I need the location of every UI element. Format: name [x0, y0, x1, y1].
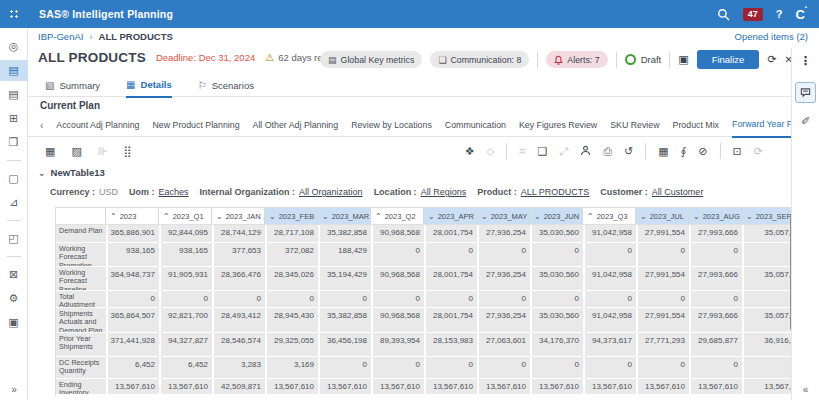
data-cell[interactable]: 3,169: [265, 357, 318, 378]
data-cell[interactable]: 0: [689, 291, 742, 307]
data-cell[interactable]: 28,001,754: [424, 308, 477, 332]
data-cell[interactable]: 28,366,476: [212, 267, 265, 290]
data-cell[interactable]: 90,968,568: [371, 308, 424, 332]
row-header[interactable]: Prior Year Shipments: [56, 333, 106, 356]
data-cell[interactable]: 365,864,507: [106, 308, 159, 332]
data-cell[interactable]: 13,567,610: [583, 379, 636, 394]
row-header[interactable]: DC Receipts Quantity: [56, 357, 106, 378]
caret-down-icon[interactable]: ⌄: [322, 212, 329, 221]
data-cell[interactable]: 0: [477, 357, 530, 378]
data-cell[interactable]: [742, 357, 792, 378]
data-cell[interactable]: 91,042,958: [583, 308, 636, 332]
subtab-key-figures-review[interactable]: Key Figures Review: [519, 114, 597, 137]
comment-icon[interactable]: ❑: [537, 146, 547, 157]
filter-value-organization[interactable]: All Organization: [299, 187, 363, 197]
data-cell[interactable]: 938,165: [106, 243, 159, 266]
filter-value-location[interactable]: All Regions: [421, 187, 467, 197]
caret-down-icon[interactable]: ⌄: [693, 212, 700, 221]
column-header-2023_Q1[interactable]: ⌃2023_Q1: [159, 208, 212, 224]
data-cell[interactable]: 0: [424, 243, 477, 266]
data-cell[interactable]: 0: [371, 291, 424, 307]
data-cell[interactable]: 0: [371, 357, 424, 378]
caret-up-icon[interactable]: ⌃: [163, 212, 170, 221]
column-header-2023_JUL[interactable]: ⌄2023_JUL: [636, 208, 689, 224]
calculator-icon[interactable]: ⌗: [519, 146, 525, 157]
column-header-2023_MAR[interactable]: ⌄2023_MAR: [318, 208, 371, 224]
data-cell[interactable]: 13,567,610: [106, 379, 159, 394]
notification-badge[interactable]: 47: [743, 8, 763, 21]
caret-up-icon[interactable]: ⌃: [587, 212, 594, 221]
tag-add-icon[interactable]: ⬦: [487, 146, 495, 157]
export-icon[interactable]: ⊡: [733, 146, 742, 157]
caret-down-icon[interactable]: ⌄: [481, 212, 488, 221]
subtab-product-mix[interactable]: Product Mix: [673, 114, 719, 137]
column-header-2023_JAN[interactable]: ⌄2023_JAN: [212, 208, 265, 224]
data-cell[interactable]: 36,456,198: [318, 333, 371, 356]
data-cell[interactable]: 27,991,554: [636, 308, 689, 332]
annotate-icon[interactable]: ✐: [801, 115, 810, 128]
row-header[interactable]: Shipments Actuals and Demand Plan: [56, 308, 106, 332]
data-cell[interactable]: 94,327,827: [159, 333, 212, 356]
sidebar-item-worksheets[interactable]: ⊞: [0, 108, 28, 129]
caret-up-icon[interactable]: ⌃: [110, 212, 117, 221]
filter-value-uom[interactable]: Eaches: [159, 187, 189, 197]
data-cell[interactable]: 35,194,429: [318, 267, 371, 290]
data-cell[interactable]: 0: [689, 357, 742, 378]
sidebar-item-plans[interactable]: ▤: [0, 60, 28, 81]
data-cell[interactable]: 0: [583, 243, 636, 266]
data-cell[interactable]: 188,429: [318, 243, 371, 266]
save-icon[interactable]: ▣: [678, 54, 688, 65]
finalize-button[interactable]: Finalize: [697, 50, 760, 69]
filter-value-product[interactable]: ALL PRODUCTS: [521, 187, 590, 197]
image-icon[interactable]: ▨: [71, 146, 81, 157]
global-key-metrics-button[interactable]: ▤ Global Key metrics: [320, 51, 422, 68]
data-cell[interactable]: 13,567,610: [159, 379, 212, 394]
data-cell[interactable]: 28,744,129: [212, 225, 265, 242]
data-cell[interactable]: 0: [583, 291, 636, 307]
expand-icon[interactable]: ⤢: [559, 146, 568, 157]
subtab-review-by-locations[interactable]: Review by Locations: [351, 114, 432, 137]
comments-panel-button[interactable]: [795, 82, 816, 103]
column-header-2023_Q3[interactable]: ⌃2023_Q3: [583, 208, 636, 224]
data-cell[interactable]: 13,567,610: [265, 379, 318, 394]
tab-details[interactable]: ▦ Details: [126, 73, 172, 98]
table-icon[interactable]: ▦: [658, 146, 668, 157]
app-switcher-icon[interactable]: [0, 0, 28, 28]
data-cell[interactable]: 3,283: [212, 357, 265, 378]
data-cell[interactable]: 0: [424, 291, 477, 307]
data-cell[interactable]: 0: [371, 243, 424, 266]
print-icon[interactable]: ⎙: [603, 146, 612, 157]
subtab-communication[interactable]: Communication: [445, 114, 506, 137]
data-cell[interactable]: 0: [318, 357, 371, 378]
data-cell[interactable]: 29,325,055: [265, 333, 318, 356]
undo-icon[interactable]: ↺: [624, 146, 633, 157]
column-header-2023_SEP[interactable]: ⌄2023_SEP: [742, 208, 792, 224]
column-header-2023_APR[interactable]: ⌄2023_APR: [424, 208, 477, 224]
data-cell[interactable]: 92,844,095: [159, 225, 212, 242]
rail-collapse-icon[interactable]: «: [792, 384, 819, 395]
collapse-caret-icon[interactable]: ⌄: [38, 168, 46, 178]
subtab-account-adj-planning[interactable]: Account Adj Planning: [56, 114, 139, 137]
data-cell[interactable]: 42,509,871: [212, 379, 265, 394]
data-cell[interactable]: 28,345,026: [265, 267, 318, 290]
data-cell[interactable]: 91,042,958: [583, 225, 636, 242]
column-header-2023[interactable]: ⌃2023: [106, 208, 159, 224]
data-cell[interactable]: 36,916,: [742, 333, 792, 356]
data-cell[interactable]: 13,567,610: [371, 379, 424, 394]
data-cell[interactable]: 0: [159, 291, 212, 307]
data-cell[interactable]: 27,991,554: [636, 225, 689, 242]
data-cell[interactable]: 0: [477, 291, 530, 307]
profile-avatar[interactable]: C▪: [795, 7, 807, 22]
data-cell[interactable]: 35,057,: [742, 308, 792, 332]
data-cell[interactable]: 35,030,560: [530, 267, 583, 290]
tags-icon[interactable]: ❖: [465, 146, 475, 157]
sidebar-item-tasks[interactable]: ▣: [0, 312, 28, 333]
data-cell[interactable]: 27,993,666: [689, 225, 742, 242]
data-cell[interactable]: 0: [106, 291, 159, 307]
data-cell[interactable]: 27,936,254: [477, 225, 530, 242]
data-cell[interactable]: 0: [530, 291, 583, 307]
breadcrumb-parent-link[interactable]: IBP-GenAI: [38, 31, 83, 42]
column-header-2023_MAY[interactable]: ⌄2023_MAY: [477, 208, 530, 224]
data-cell[interactable]: 28,717,108: [265, 225, 318, 242]
data-cell[interactable]: 0: [530, 357, 583, 378]
